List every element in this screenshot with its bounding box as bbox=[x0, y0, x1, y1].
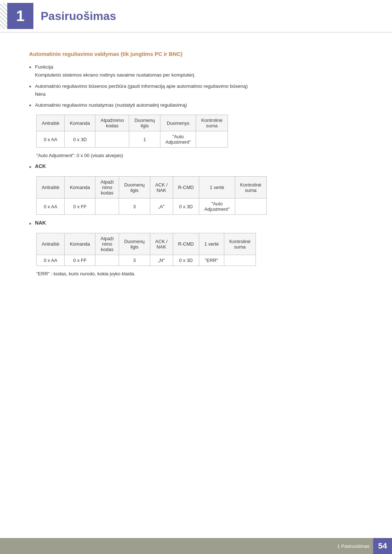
ack-cell-6: 0 x 3D bbox=[173, 198, 199, 215]
chapter-number-box: 1 bbox=[7, 3, 33, 29]
nak-table: Antraštė Komanda Atpažinimokodas Duomenų… bbox=[36, 233, 256, 266]
nak-cell-4: 3 bbox=[119, 255, 150, 266]
bullet-label-3: Automatinio reguliavimo nustatymas (nust… bbox=[35, 102, 187, 108]
section-title: Automatinio reguliavimo valdymas (tik ju… bbox=[29, 51, 363, 57]
bullet-item-3: • Automatinio reguliavimo nustatymas (nu… bbox=[29, 102, 363, 110]
nak-header-1: Antraštė bbox=[37, 233, 65, 255]
ack-table: Antraštė Komanda Atpažinimokodas Duomenų… bbox=[36, 176, 267, 215]
bullet-dot-ack: • bbox=[29, 164, 31, 171]
nak-header-8: Kontrolinėsuma bbox=[224, 233, 256, 255]
ack-cell-5: „A" bbox=[150, 198, 173, 215]
ack-header-6: R-CMD bbox=[173, 177, 199, 198]
nak-cell-7: "ERR" bbox=[199, 255, 224, 266]
ack-cell-3 bbox=[95, 198, 119, 215]
main-content: Automatinio reguliavimo valdymas (tik ju… bbox=[0, 33, 392, 311]
ack-table-wrap: Antraštė Komanda Atpažinimokodas Duomenų… bbox=[36, 176, 363, 215]
nak-header-3: Atpažinimokodas bbox=[95, 233, 119, 255]
chapter-title: Pasiruošimas bbox=[41, 9, 116, 23]
ack-header-4: Duomenųilgis bbox=[119, 177, 150, 198]
nak-label: NAK bbox=[35, 220, 46, 226]
table1-row: 0 x AA 0 x 3D 1 "AutoAdjustment" bbox=[37, 131, 228, 148]
ack-cell-8 bbox=[235, 198, 267, 215]
nak-cell-1: 0 x AA bbox=[37, 255, 65, 266]
footer-page-box: 54 bbox=[373, 538, 392, 554]
ack-header-3: Atpažinimokodas bbox=[95, 177, 119, 198]
bullet-text-1: Funkcija Kompiuterio sistemos ekrano rod… bbox=[35, 63, 195, 79]
nak-header-6: R-CMD bbox=[173, 233, 199, 255]
table1-wrap: Antraštė Komanda Atpažinimokodas Duomenų… bbox=[36, 115, 363, 148]
ack-cell-7: "AutoAdjustment" bbox=[199, 198, 235, 215]
footer-page-number: 54 bbox=[378, 541, 387, 551]
bullet-dot-1: • bbox=[29, 64, 31, 71]
bullet-dot-nak: • bbox=[29, 220, 31, 228]
bullet-dot-3: • bbox=[29, 102, 31, 110]
nak-cell-8 bbox=[224, 255, 256, 266]
table1-cell-5: "AutoAdjustment" bbox=[160, 131, 196, 148]
bullet-item-2: • Automatinio reguliavimo būsenos peržiū… bbox=[29, 83, 363, 98]
table1-header-6: Kontrolinėsuma bbox=[196, 115, 228, 131]
ack-header-8: Kontrolinėsuma bbox=[235, 177, 267, 198]
table1-header-3: Atpažinimokodas bbox=[95, 115, 129, 131]
ack-header-2: Komanda bbox=[65, 177, 95, 198]
bullet-text-3: Automatinio reguliavimo nustatymas (nust… bbox=[35, 102, 187, 109]
nak-header-5: ACK /NAK bbox=[150, 233, 173, 255]
table1-cell-1: 0 x AA bbox=[37, 131, 65, 148]
nak-header-2: Komanda bbox=[65, 233, 95, 255]
table1-cell-6 bbox=[196, 131, 228, 148]
nak-row: 0 x AA 0 x FF 3 „N" 0 x 3D "ERR" bbox=[37, 255, 256, 266]
ack-label: ACK bbox=[35, 163, 46, 169]
footer-text: 1 Pasiruošimas bbox=[337, 543, 373, 549]
ack-cell-1: 0 x AA bbox=[37, 198, 65, 215]
table1-cell-3 bbox=[95, 131, 129, 148]
header: 1 Pasiruošimas bbox=[0, 0, 392, 33]
bullet-subtext-2: Nėra bbox=[35, 91, 248, 98]
nak-cell-2: 0 x FF bbox=[65, 255, 95, 266]
table1-header-1: Antraštė bbox=[37, 115, 65, 131]
table1-cell-4: 1 bbox=[129, 131, 160, 148]
ack-header-1: Antraštė bbox=[37, 177, 65, 198]
chapter-number: 1 bbox=[16, 7, 24, 25]
table1-cell-2: 0 x 3D bbox=[65, 131, 95, 148]
nak-cell-3 bbox=[95, 255, 119, 266]
ack-cell-4: 3 bbox=[119, 198, 150, 215]
table1-header-2: Komanda bbox=[65, 115, 95, 131]
note1: "Auto Adjustment": 0 x 00 (visais atveja… bbox=[36, 153, 363, 158]
table1: Antraštė Komanda Atpažinimokodas Duomenų… bbox=[36, 115, 228, 148]
bullet-item-1: • Funkcija Kompiuterio sistemos ekrano r… bbox=[29, 63, 363, 79]
table1-header-4: Duomenųilgis bbox=[129, 115, 160, 131]
bullet-label-1: Funkcija bbox=[35, 64, 53, 70]
note2: "ERR" : kodas, kuris nurodo, kokia įvyko… bbox=[36, 271, 363, 276]
footer: 1 Pasiruošimas 54 bbox=[0, 538, 392, 554]
ack-header-5: ACK /NAK bbox=[150, 177, 173, 198]
nak-cell-5: „N" bbox=[150, 255, 173, 266]
table1-header-5: Duomenys bbox=[160, 115, 196, 131]
nak-table-wrap: Antraštė Komanda Atpažinimokodas Duomenų… bbox=[36, 233, 363, 266]
ack-row: 0 x AA 0 x FF 3 „A" 0 x 3D "AutoAdjustme… bbox=[37, 198, 267, 215]
ack-header-7: 1 vertė bbox=[199, 177, 235, 198]
nak-header-4: Duomenųilgis bbox=[119, 233, 150, 255]
bullet-subtext-1: Kompiuterio sistemos ekrano rodinys sava… bbox=[35, 71, 195, 79]
bullet-ack: • ACK bbox=[29, 163, 363, 171]
nak-cell-6: 0 x 3D bbox=[173, 255, 199, 266]
bullet-dot-2: • bbox=[29, 83, 31, 91]
ack-cell-2: 0 x FF bbox=[65, 198, 95, 215]
nak-header-7: 1 vertė bbox=[199, 233, 224, 255]
bullet-text-2: Automatinio reguliavimo būsenos peržiūra… bbox=[35, 83, 248, 98]
bullet-nak: • NAK bbox=[29, 220, 363, 228]
bullet-label-2: Automatinio reguliavimo būsenos peržiūra… bbox=[35, 83, 248, 89]
